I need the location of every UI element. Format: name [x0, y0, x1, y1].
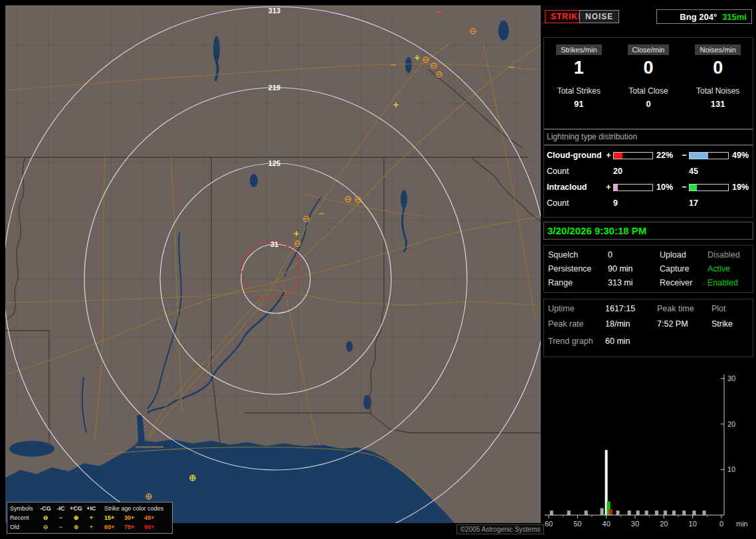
- strikes-per-min-column: Strikes/min 1 Total Strikes 91: [544, 43, 614, 109]
- trend-graph-window: 60 min: [605, 337, 657, 346]
- minus-sign: −: [680, 151, 689, 160]
- cg-plus-bar: [613, 152, 653, 159]
- age-15: 15+: [99, 513, 119, 522]
- minus-sign: −: [680, 183, 689, 192]
- legend-recent-row: Recent ⊖ − ⊕ + 15+ 30+ 45+: [10, 513, 169, 522]
- noise-mode-button[interactable]: NOISE: [579, 10, 619, 23]
- svg-text:0: 0: [719, 520, 723, 528]
- distribution-title: Lightning type distribution: [544, 129, 753, 145]
- upload-label: Upload: [660, 250, 708, 260]
- close-per-min-label: Close/min: [628, 44, 670, 55]
- age-45: 45+: [139, 513, 159, 522]
- ic-plus-percent: 10%: [653, 183, 680, 192]
- total-strikes-value: 91: [544, 99, 614, 109]
- age-60: 60+: [99, 522, 119, 532]
- strikes-per-min-value: 1: [544, 58, 614, 78]
- plot-label: Plot: [711, 304, 749, 313]
- bearing-value: Bng 204°: [680, 12, 717, 22]
- neg-cg-recent-icon: ⊖: [38, 513, 53, 522]
- svg-text:219: 219: [268, 84, 280, 92]
- legend-neg-ic-header: -IC: [53, 504, 68, 513]
- legend-symbols-header: Symbols: [10, 504, 38, 513]
- uptime-label: Uptime: [548, 304, 605, 313]
- lightning-map[interactable]: 31321912531: [5, 5, 541, 523]
- receiver-status: Enabled: [708, 278, 746, 287]
- svg-text:50: 50: [573, 520, 581, 528]
- pos-ic-recent-icon: +: [84, 513, 99, 522]
- svg-text:40: 40: [603, 520, 611, 528]
- age-75: 75+: [119, 522, 139, 532]
- total-noises-label: Total Noises: [683, 86, 753, 96]
- bearing-range-value: 315mi: [722, 12, 747, 22]
- noises-per-min-column: Noises/min 0 Total Noises 131: [683, 43, 753, 109]
- intracloud-label: Intracloud: [547, 183, 604, 192]
- datetime-display: 3/20/2026 9:30:18 PM: [543, 222, 753, 240]
- plus-sign: +: [604, 183, 613, 192]
- cg-plus-count: 20: [613, 167, 653, 176]
- uptime-value: 1617:15: [605, 304, 657, 313]
- svg-text:313: 313: [268, 7, 280, 15]
- squelch-label: Squelch: [548, 250, 608, 260]
- ic-minus-bar: [689, 184, 729, 191]
- legend-age-header: Strike age color codes: [99, 504, 169, 513]
- svg-text:20: 20: [727, 420, 735, 428]
- svg-text:10: 10: [727, 465, 735, 473]
- close-per-min-value: 0: [614, 58, 684, 78]
- total-close-value: 0: [614, 99, 684, 109]
- ic-plus-bar: [613, 184, 653, 191]
- age-90: 90+: [139, 522, 159, 532]
- ic-minus-count: 17: [689, 198, 729, 208]
- cg-minus-bar: [689, 152, 729, 159]
- cg-count-label: Count: [547, 167, 604, 176]
- trend-graph-row: Trend graph 60 min: [548, 337, 749, 346]
- distribution-grid: Cloud-ground + 22% − 49% Count 20 45 Int…: [544, 145, 753, 208]
- lightning-type-distribution: Lightning type distribution Cloud-ground…: [544, 129, 753, 208]
- peak-time-value: 7:52 PM: [657, 319, 711, 329]
- age-30: 30+: [119, 513, 139, 522]
- neg-cg-old-icon: ⊖: [38, 522, 53, 532]
- neg-ic-recent-icon: −: [53, 513, 68, 522]
- close-per-min-column: Close/min 0 Total Close 0: [614, 43, 684, 109]
- rate-counters: Strikes/min 1 Total Strikes 91 Close/min…: [544, 43, 753, 109]
- legend-pos-cg-header: +CG: [68, 504, 84, 513]
- bearing-readout: Bng 204° 315mi: [656, 9, 752, 24]
- trend-graph-label: Trend graph: [548, 337, 605, 346]
- trend-graph: 1020306050403020100min: [543, 357, 755, 535]
- persistence-value: 90 min: [608, 264, 660, 273]
- pos-cg-recent-icon: ⊕: [68, 513, 84, 522]
- legend-neg-cg-header: -CG: [38, 504, 53, 513]
- cloud-ground-label: Cloud-ground: [547, 151, 604, 160]
- noises-per-min-value: 0: [683, 58, 753, 78]
- copyright-notice: ©2005 Astrogenic Systems: [456, 524, 544, 534]
- upload-status: Disabled: [708, 250, 746, 260]
- svg-text:30: 30: [631, 520, 639, 528]
- peak-rate-label: Peak rate: [548, 319, 605, 329]
- strikes-per-min-label: Strikes/min: [556, 44, 601, 55]
- settings-section: Squelch 0 Upload Disabled Persistence 90…: [543, 245, 753, 293]
- plot-value: Strike: [711, 319, 749, 329]
- cg-minus-count: 45: [689, 167, 729, 176]
- ic-plus-count: 9: [613, 198, 653, 208]
- range-label: Range: [548, 278, 608, 287]
- plus-sign: +: [604, 151, 613, 160]
- pos-ic-old-icon: +: [84, 522, 99, 532]
- svg-text:30: 30: [727, 374, 735, 382]
- svg-text:min: min: [736, 520, 748, 528]
- range-value: 313 mi: [608, 278, 660, 287]
- ic-count-label: Count: [547, 198, 604, 208]
- capture-status: Active: [708, 264, 746, 273]
- cg-plus-percent: 22%: [653, 151, 680, 160]
- strike-legend: Symbols -CG -IC +CG +IC Strike age color…: [7, 502, 173, 534]
- map-canvas[interactable]: 31321912531: [5, 5, 541, 523]
- noises-per-min-label: Noises/min: [695, 44, 740, 55]
- statistics-section: Strikes/min 1 Total Strikes 91 Close/min…: [543, 37, 753, 218]
- legend-old-label: Old: [10, 522, 38, 532]
- status-section: Uptime 1617:15 Peak time Plot Peak rate …: [543, 299, 753, 357]
- status-grid: Uptime 1617:15 Peak time Plot Peak rate …: [548, 304, 749, 329]
- svg-text:60: 60: [545, 520, 553, 528]
- peak-rate-value: 18/min: [605, 319, 657, 329]
- legend-old-row: Old ⊖ − ⊕ + 60+ 75+ 90+: [10, 522, 169, 532]
- total-noises-value: 131: [683, 99, 753, 109]
- legend-header-row: Symbols -CG -IC +CG +IC Strike age color…: [10, 504, 169, 513]
- legend-recent-label: Recent: [10, 513, 38, 522]
